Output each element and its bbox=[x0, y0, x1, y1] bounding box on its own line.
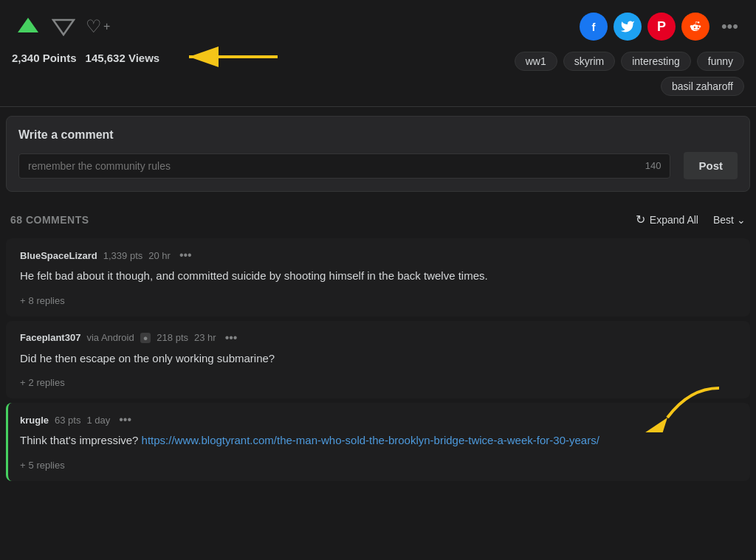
top-section: ♡ + f P bbox=[0, 0, 756, 107]
upvote-arrow-icon bbox=[15, 13, 41, 40]
comment-input-row: 140 Post bbox=[18, 152, 738, 179]
twitter-share-button[interactable] bbox=[614, 13, 642, 41]
comment-2-replies-label: 2 replies bbox=[29, 377, 65, 388]
facebook-icon: f bbox=[591, 21, 595, 33]
plus-icon: + bbox=[20, 295, 26, 306]
plus-icon-2: + bbox=[20, 377, 26, 388]
comment-3: krugle 63 pts 1 day ••• Think that's imp… bbox=[6, 403, 750, 481]
tag-skyrim[interactable]: skyrim bbox=[563, 52, 615, 71]
downvote-arrow-icon bbox=[52, 14, 75, 40]
heart-plus-label: + bbox=[103, 20, 110, 33]
char-count: 140 bbox=[645, 160, 662, 171]
sort-chevron-icon: ⌄ bbox=[737, 214, 746, 226]
comment-input-container: 140 bbox=[18, 153, 670, 179]
comments-controls: ↻ Expand All Best ⌄ bbox=[636, 212, 746, 227]
comment-1: BlueSpaceLizard 1,339 pts 20 hr ••• He f… bbox=[6, 238, 750, 317]
yellow-arrow-svg bbox=[182, 42, 285, 72]
comment-3-wrap: krugle 63 pts 1 day ••• Think that's imp… bbox=[0, 403, 756, 481]
comment-2-author: Faceplant307 bbox=[20, 332, 80, 343]
reddit-share-button[interactable] bbox=[681, 13, 709, 41]
tag-ww1[interactable]: ww1 bbox=[515, 52, 557, 71]
comment-write-box: Write a comment 140 Post bbox=[6, 116, 750, 192]
svg-marker-1 bbox=[53, 20, 74, 35]
points-display: 2,340 Points bbox=[12, 52, 77, 64]
comment-3-link[interactable]: https://www.blogtyrant.com/the-man-who-s… bbox=[142, 434, 599, 446]
pinterest-share-button[interactable]: P bbox=[647, 13, 676, 41]
vote-share-row: ♡ + f P bbox=[0, 0, 756, 49]
twitter-icon bbox=[620, 19, 635, 34]
downvote-button[interactable] bbox=[49, 11, 78, 43]
comment-1-replies-label: 8 replies bbox=[29, 295, 65, 306]
more-dots-icon: ••• bbox=[721, 17, 738, 35]
comment-1-more-button[interactable]: ••• bbox=[176, 249, 195, 262]
stats-tags-row: 2,340 Points 145,632 Views ww1 bbox=[0, 49, 756, 106]
expand-icon: ↻ bbox=[636, 212, 645, 227]
expand-all-button[interactable]: ↻ Expand All bbox=[636, 212, 698, 227]
comment-2-time: 23 hr bbox=[194, 332, 216, 343]
tag-interesting[interactable]: interesting bbox=[621, 52, 691, 71]
comment-1-time: 20 hr bbox=[148, 250, 171, 261]
heart-button[interactable]: ♡ + bbox=[83, 13, 113, 40]
upvote-button[interactable] bbox=[12, 10, 44, 43]
comment-input[interactable] bbox=[28, 160, 638, 172]
comment-2-pts: 218 pts bbox=[157, 332, 188, 343]
upvote-svg bbox=[16, 15, 40, 38]
yellow-arrow-annotation bbox=[182, 42, 285, 75]
comment-1-author: BlueSpaceLizard bbox=[20, 250, 97, 261]
comment-1-header: BlueSpaceLizard 1,339 pts 20 hr ••• bbox=[20, 249, 738, 262]
tag-basil-zaharoff[interactable]: basil zaharoff bbox=[661, 77, 744, 96]
comment-3-replies-button[interactable]: + 5 replies bbox=[20, 457, 65, 474]
svg-marker-0 bbox=[18, 18, 38, 32]
sort-button[interactable]: Best ⌄ bbox=[713, 214, 746, 226]
right-controls: f P bbox=[580, 13, 744, 41]
comments-count: 68 COMMENTS bbox=[10, 214, 89, 226]
comment-1-text: He felt bad about it though, and committ… bbox=[20, 268, 738, 285]
left-controls: ♡ + bbox=[12, 10, 113, 43]
comment-3-header: krugle 63 pts 1 day ••• bbox=[20, 413, 738, 426]
main-content: ♡ + f P bbox=[0, 0, 756, 481]
android-icon: ● bbox=[140, 333, 151, 343]
more-share-button[interactable]: ••• bbox=[715, 14, 744, 39]
comment-3-pts: 63 pts bbox=[55, 415, 80, 426]
tag-funny[interactable]: funny bbox=[697, 52, 744, 71]
expand-all-label: Expand All bbox=[650, 214, 698, 226]
comment-2-via: via Android bbox=[86, 332, 134, 343]
comment-3-replies-label: 5 replies bbox=[29, 460, 65, 471]
comment-2-more-button[interactable]: ••• bbox=[222, 331, 241, 345]
sort-label: Best bbox=[713, 214, 734, 226]
comment-3-author: krugle bbox=[20, 415, 49, 426]
pinterest-icon: P bbox=[657, 19, 666, 35]
comments-header: 68 COMMENTS ↻ Expand All Best ⌄ bbox=[0, 201, 756, 234]
comment-2-replies-button[interactable]: + 2 replies bbox=[20, 374, 65, 391]
stats-left: 2,340 Points 145,632 Views bbox=[12, 52, 159, 64]
facebook-share-button[interactable]: f bbox=[580, 13, 608, 41]
comment-2-header: Faceplant307 via Android ● 218 pts 23 hr… bbox=[20, 331, 738, 345]
reddit-icon bbox=[687, 18, 704, 35]
comment-3-more-button[interactable]: ••• bbox=[116, 413, 134, 426]
tags-container: ww1 skyrim interesting funny basil zahar… bbox=[449, 52, 744, 96]
comment-1-replies-button[interactable]: + 8 replies bbox=[20, 292, 65, 309]
downvote-svg bbox=[52, 14, 75, 38]
comment-3-time: 1 day bbox=[86, 415, 110, 426]
plus-icon-3: + bbox=[20, 460, 26, 471]
comment-3-text: Think that's impressive? https://www.blo… bbox=[20, 432, 738, 449]
comment-1-pts: 1,339 pts bbox=[103, 250, 143, 261]
comment-2-text: Did he then escape on the only working s… bbox=[20, 350, 738, 367]
comment-2: Faceplant307 via Android ● 218 pts 23 hr… bbox=[6, 321, 750, 399]
post-comment-button[interactable]: Post bbox=[684, 152, 738, 179]
views-display: 145,632 Views bbox=[86, 52, 160, 64]
comment-box-title: Write a comment bbox=[18, 128, 738, 142]
heart-icon: ♡ bbox=[86, 16, 102, 37]
